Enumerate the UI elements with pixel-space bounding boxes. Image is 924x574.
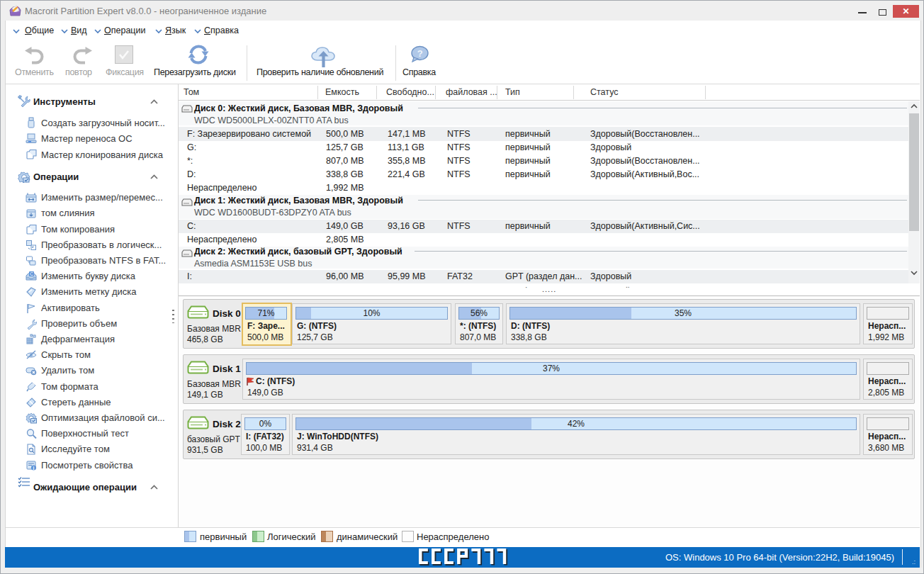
- svg-text:i: i: [33, 466, 35, 471]
- svg-text:?: ?: [417, 48, 423, 59]
- svg-text:C: C: [30, 271, 33, 276]
